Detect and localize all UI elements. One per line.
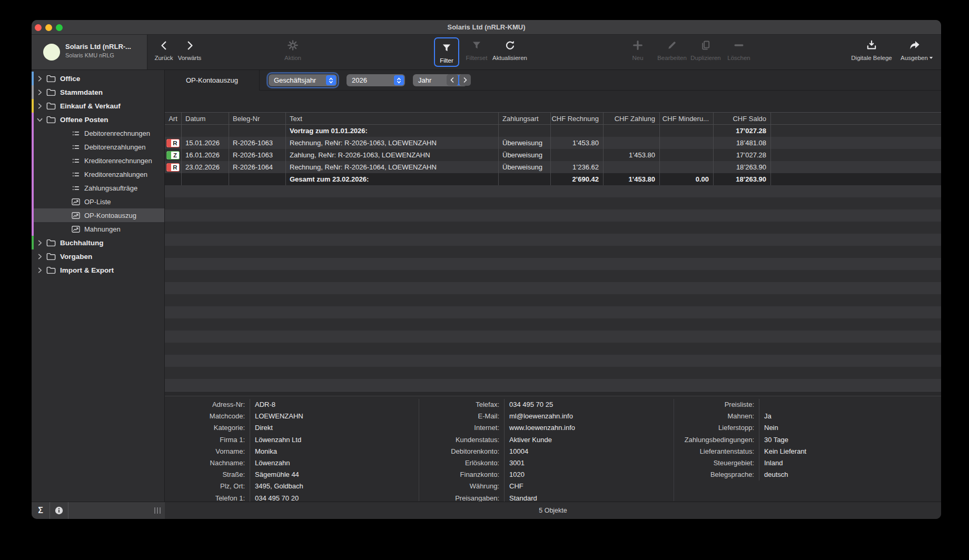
sidebar-item-buchhaltung[interactable]: Buchhaltung [32,236,164,249]
chevron-right-icon[interactable] [37,89,43,95]
output-button[interactable]: Ausgeben [894,36,934,68]
sidebar-item-import-export[interactable]: Import & Export [32,263,164,277]
column-header-chf-minderung[interactable]: CHF Minderu... [660,113,714,124]
chevron-down-icon[interactable] [37,117,43,123]
company-profile[interactable]: Solaris Ltd (nRLR-... Solaris KMU nRLG [32,35,147,69]
sidebar-item-op-liste[interactable]: OP-Liste [32,195,164,208]
table-row[interactable]: Z16.01.2026R-2026-1063Zahlung, ReNr: R-2… [165,149,941,161]
detail-value: 3001 [504,457,674,469]
sidebar-item-op-kontoauszug[interactable]: OP-Kontoauszug [32,208,164,222]
sidebar-item-stammdaten[interactable]: Stammdaten [32,85,164,99]
digital-documents-label: Digitale Belege [851,55,892,61]
chevron-right-icon[interactable] [37,240,43,246]
action-label: Aktion [284,55,301,61]
sidebar-item-vorgaben[interactable]: Vorgaben [32,249,164,263]
list-icon [72,184,80,192]
column-header-chf-rechnung[interactable]: CHF Rechnung [551,113,604,124]
table-row[interactable]: R15.01.2026R-2026-1063Rechnung, ReNr: R-… [165,137,941,149]
sidebar-item-kreditorenrechnungen[interactable]: Kreditorenrechnungen [32,154,164,167]
sidebar-item-zahlungsauftraege[interactable]: Zahlungsaufträge [32,181,164,195]
cell-text: Rechnung, ReNr: R-2026-1064, LOEWENZAHN [286,161,499,173]
tab-op-kontoauszug[interactable]: OP-Kontoauszug [165,70,260,91]
chevron-right-icon[interactable] [37,103,43,109]
sidebar-item-office[interactable]: Office [32,72,164,85]
table-row[interactable]: Vortrag zum 01.01.2026:17’027.28 [165,125,941,137]
column-header-datum[interactable]: Datum [182,113,229,124]
minimize-button[interactable] [45,24,52,31]
next-period-button[interactable] [459,74,471,86]
detail-value: 1020 [504,469,674,481]
detail-value: www.loewenzahn.info [504,422,674,434]
detail-column-contact: Telefax:034 495 70 25E-Mail:ml@loewenzah… [419,399,674,501]
close-button[interactable] [35,24,42,31]
column-header-beleg[interactable]: Beleg-Nr [229,113,286,124]
detail-label: Firma 1: [165,434,250,446]
chevron-right-icon[interactable] [37,76,43,82]
detail-label: Plz, Ort: [165,481,250,492]
detail-label: Lieferantenstatus: [674,446,759,457]
digital-documents-button[interactable]: Digitale Belege [842,36,901,68]
delete-label: Löschen [727,55,750,61]
detail-row: Adress-Nr:ADR-8 [165,399,419,411]
detail-row: Telefax:034 495 70 25 [419,399,674,411]
detail-value: 30 Tage [759,434,941,446]
detail-value: 3495, Goldbach [250,481,419,492]
cell-chf-saldo: 18’263.90 [714,161,771,173]
column-header-chf-zahlung[interactable]: CHF Zahlung [604,113,660,124]
sidebar-resize-grip[interactable] [154,507,161,514]
sum-button[interactable]: Σ [32,502,50,519]
sidebar-item-mahnungen[interactable]: Mahnungen [32,222,164,236]
detail-label: Straße: [165,469,250,481]
row-filler [771,149,941,161]
detail-row: Vorname:Monika [165,446,419,457]
fiscal-year-select[interactable]: Geschäftsjahr [269,74,337,86]
folder-icon [46,102,56,110]
sidebar-item-kreditorenzahlungen[interactable]: Kreditorenzahlungen [32,167,164,181]
sidebar-item-einkauf-verkauf[interactable]: Einkauf & Verkauf [32,99,164,113]
previous-period-button[interactable] [447,74,458,86]
company-subtitle: Solaris KMU nRLG [65,52,144,58]
folder-icon [46,239,56,247]
detail-row: Matchcode:LOEWENZAHN [165,411,419,422]
sidebar-item-debitorenzahlungen[interactable]: Debitorenzahlungen [32,140,164,154]
chevron-right-icon[interactable] [37,267,43,273]
detail-row: Plz, Ort:3495, Goldbach [165,481,419,492]
duplicate-button[interactable]: Duplizieren [685,36,727,68]
zoom-button[interactable] [56,24,63,31]
cell-chf-zahlung: 1’453.80 [604,149,660,161]
folder-icon [46,266,56,274]
cell-zahlungsart [499,125,551,137]
new-button[interactable]: Neu [625,36,651,68]
cell-art: R [165,137,182,149]
year-select[interactable]: 2026 [347,74,405,86]
badge-color-bar [167,152,171,159]
cell-datum: 16.01.2026 [182,149,229,161]
cell-chf-rechnung [551,125,604,137]
table-row[interactable]: R23.02.2026R-2026-1064Rechnung, ReNr: R-… [165,161,941,173]
category-strip [32,154,34,167]
sidebar-item-debitorenrechnungen[interactable]: Debitorenrechnungen [32,126,164,140]
info-button[interactable] [50,502,68,519]
refresh-button[interactable]: Aktualisieren [488,36,532,68]
duplicate-label: Duplizieren [690,55,721,61]
detail-value: ml@loewenzahn.info [504,411,674,422]
list-icon [72,143,80,151]
column-header-zahlungsart[interactable]: Zahlungsart [499,113,551,124]
column-header-text[interactable]: Text [286,113,499,124]
edit-label: Bearbeiten [657,55,687,61]
row-filler [771,137,941,149]
sidebar-item-offene-posten[interactable]: Offene Posten [32,113,164,126]
back-label: Zurück [154,55,173,61]
column-header-art[interactable]: Art [165,113,182,124]
filter-button[interactable]: Filter [434,37,459,67]
folder-icon [46,116,56,124]
chevron-right-icon[interactable] [37,254,43,259]
invoice-badge: R [166,139,180,147]
sidebar-item-label: Kreditorenzahlungen [84,171,147,178]
table-row[interactable]: Gesamt zum 23.02.2026:2’690.421’453.800.… [165,173,941,185]
sidebar-item-label: Buchhaltung [60,239,104,247]
column-header-chf-saldo[interactable]: CHF Saldo [714,113,771,124]
forward-button[interactable]: Vorwärts [173,36,206,68]
delete-button[interactable]: Löschen [723,36,755,68]
action-button[interactable]: Aktion [277,36,309,68]
